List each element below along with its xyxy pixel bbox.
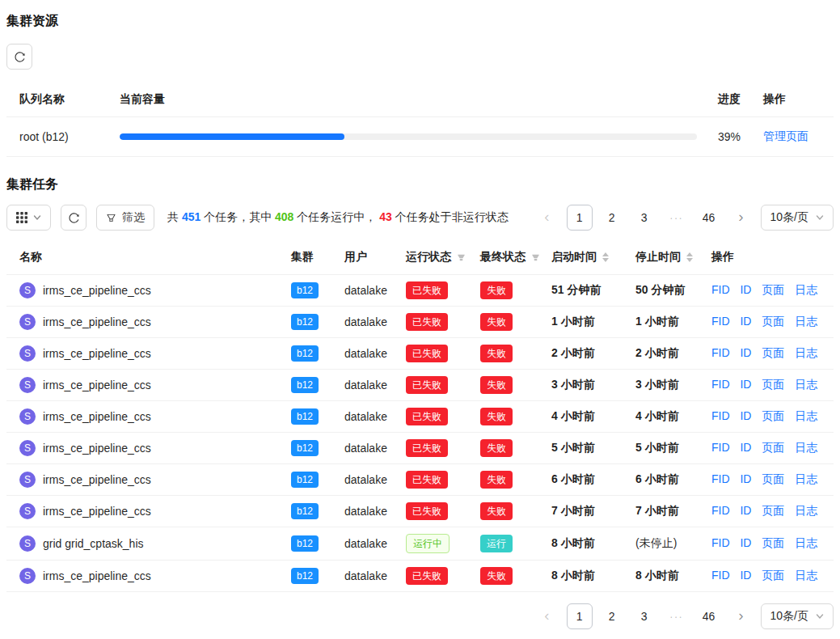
- stop-time: 1 小时前: [629, 307, 705, 338]
- page-jump-ellipsis[interactable]: ···: [664, 603, 690, 629]
- page-1-button[interactable]: 1: [567, 205, 593, 231]
- cluster-badge: b12: [291, 345, 319, 362]
- sort-icon[interactable]: [686, 252, 693, 262]
- page-size-select[interactable]: 10条/页: [761, 603, 834, 629]
- page-2-button[interactable]: 2: [599, 205, 625, 231]
- manage-page-link[interactable]: 管理页面: [763, 129, 808, 142]
- fid-link[interactable]: FID: [711, 346, 730, 359]
- col-start-time[interactable]: 启动时间: [545, 240, 629, 275]
- stop-time: 2 小时前: [629, 338, 705, 370]
- id-link[interactable]: ID: [740, 472, 751, 485]
- id-link[interactable]: ID: [740, 283, 751, 296]
- column-label: 运行状态: [406, 250, 451, 264]
- cluster-badge: b12: [291, 377, 319, 393]
- fid-link[interactable]: FID: [711, 409, 730, 422]
- log-link[interactable]: 日志: [795, 441, 817, 454]
- log-link[interactable]: 日志: [795, 378, 817, 391]
- page-46-button[interactable]: 46: [696, 205, 722, 231]
- chevron-down-icon: [33, 214, 41, 222]
- page-size-select[interactable]: 10条/页: [761, 205, 834, 231]
- column-label: 最终状态: [480, 250, 526, 264]
- column-layout-button[interactable]: [6, 205, 51, 231]
- col-final-status: 最终状态: [474, 240, 545, 275]
- capacity-progress-bar: [120, 133, 697, 140]
- spark-avatar-icon: S: [19, 535, 36, 552]
- page-link[interactable]: 页面: [762, 472, 784, 485]
- page-link[interactable]: 页面: [762, 409, 784, 422]
- run-status-badge: 已失败: [406, 471, 448, 489]
- log-link[interactable]: 日志: [795, 472, 817, 485]
- next-page-button[interactable]: ›: [728, 603, 754, 629]
- page-link[interactable]: 页面: [762, 346, 784, 359]
- run-status-badge: 已失败: [406, 376, 448, 394]
- page-link[interactable]: 页面: [762, 283, 784, 296]
- filter-funnel-icon[interactable]: [457, 253, 466, 262]
- filter-funnel-icon[interactable]: [531, 253, 540, 262]
- fid-link[interactable]: FID: [711, 472, 730, 485]
- id-link[interactable]: ID: [740, 409, 751, 422]
- id-link[interactable]: ID: [740, 504, 751, 517]
- page-link[interactable]: 页面: [762, 315, 784, 328]
- col-progress: 进度: [711, 83, 757, 117]
- fid-link[interactable]: FID: [711, 315, 730, 328]
- page-jump-ellipsis[interactable]: ···: [664, 205, 690, 231]
- summary-text: 个任务运行中，: [293, 210, 379, 223]
- page-link[interactable]: 页面: [762, 504, 784, 517]
- sort-icon[interactable]: [602, 252, 609, 262]
- spark-avatar-icon: S: [19, 408, 36, 425]
- page-1-button[interactable]: 1: [567, 603, 593, 629]
- fid-link[interactable]: FID: [711, 569, 730, 582]
- task-user: datalake: [338, 275, 399, 307]
- page-3-button[interactable]: 3: [631, 205, 657, 231]
- fid-link[interactable]: FID: [711, 536, 730, 549]
- page-link[interactable]: 页面: [762, 441, 784, 454]
- stop-time: 5 小时前: [629, 433, 705, 464]
- id-link[interactable]: ID: [740, 536, 751, 549]
- summary-text: 个任务，其中: [201, 210, 275, 223]
- filter-button[interactable]: 筛选: [96, 205, 154, 231]
- page-size-value: 10条/页: [770, 609, 808, 624]
- log-link[interactable]: 日志: [795, 315, 817, 328]
- grid-icon: [16, 212, 27, 223]
- id-link[interactable]: ID: [740, 315, 751, 328]
- prev-page-button[interactable]: ‹: [534, 205, 560, 231]
- chevron-down-icon: [816, 214, 824, 222]
- id-link[interactable]: ID: [740, 346, 751, 359]
- pagination-bottom: ‹ 1 2 3 ··· 46 › 10条/页: [534, 603, 834, 629]
- log-link[interactable]: 日志: [795, 504, 817, 517]
- id-link[interactable]: ID: [740, 441, 751, 454]
- final-status-badge: 失败: [480, 376, 513, 394]
- page-link[interactable]: 页面: [762, 378, 784, 391]
- spark-avatar-icon: S: [19, 503, 36, 519]
- id-link[interactable]: ID: [740, 569, 751, 582]
- tasks-toolbar: 筛选 共 451 个任务，其中 408 个任务运行中， 43 个任务处于非运行状…: [6, 205, 834, 231]
- log-link[interactable]: 日志: [795, 346, 817, 359]
- page-2-button[interactable]: 2: [599, 603, 625, 629]
- fid-link[interactable]: FID: [711, 504, 730, 517]
- fid-link[interactable]: FID: [711, 441, 730, 454]
- id-link[interactable]: ID: [740, 378, 751, 391]
- refresh-tasks-button[interactable]: [61, 205, 87, 231]
- run-status-badge: 已失败: [406, 313, 448, 331]
- cluster-badge: b12: [291, 535, 319, 552]
- log-link[interactable]: 日志: [795, 536, 817, 549]
- next-page-button[interactable]: ›: [728, 205, 754, 231]
- page-46-button[interactable]: 46: [696, 603, 722, 629]
- spark-avatar-icon: S: [19, 314, 36, 330]
- page-link[interactable]: 页面: [762, 536, 784, 549]
- start-time: 7 小时前: [545, 496, 629, 527]
- fid-link[interactable]: FID: [711, 378, 730, 391]
- log-link[interactable]: 日志: [795, 283, 817, 296]
- page-link[interactable]: 页面: [762, 569, 784, 582]
- log-link[interactable]: 日志: [795, 569, 817, 582]
- cluster-badge: b12: [291, 503, 319, 519]
- prev-page-button[interactable]: ‹: [534, 603, 560, 629]
- fid-link[interactable]: FID: [711, 283, 730, 296]
- spark-avatar-icon: S: [19, 282, 36, 298]
- cluster-badge: b12: [291, 408, 319, 425]
- log-link[interactable]: 日志: [795, 409, 817, 422]
- page-3-button[interactable]: 3: [631, 603, 657, 629]
- column-label: 启动时间: [551, 250, 597, 264]
- refresh-resources-button[interactable]: [6, 44, 32, 70]
- col-stop-time[interactable]: 停止时间: [629, 240, 705, 275]
